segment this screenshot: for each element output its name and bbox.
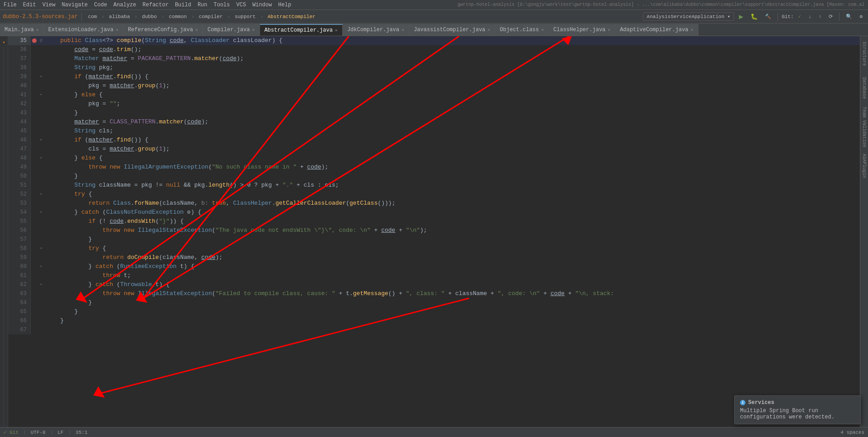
right-panel-database[interactable]: Database bbox=[861, 72, 868, 104]
line-60-breakpoint[interactable] bbox=[31, 262, 38, 271]
line-50-fold[interactable] bbox=[38, 172, 44, 181]
line-45-fold[interactable] bbox=[38, 127, 44, 136]
tab-javassistcompiler[interactable]: JavassistCompiler.java ✕ bbox=[409, 24, 495, 36]
line-64-fold[interactable] bbox=[38, 298, 44, 307]
line-39-breakpoint[interactable] bbox=[31, 72, 38, 81]
line-36-fold[interactable] bbox=[38, 45, 44, 54]
git-update[interactable]: ↓ bbox=[806, 13, 814, 20]
line-44-breakpoint[interactable] bbox=[31, 117, 38, 127]
menu-help[interactable]: Help bbox=[278, 2, 291, 8]
line-54-breakpoint[interactable] bbox=[31, 208, 38, 217]
line-53-fold[interactable] bbox=[38, 199, 44, 208]
line-41-breakpoint[interactable] bbox=[31, 90, 38, 99]
tab-main-java-close[interactable]: ✕ bbox=[36, 27, 39, 33]
line-56-breakpoint[interactable] bbox=[31, 226, 38, 235]
line-59-breakpoint[interactable] bbox=[31, 253, 38, 262]
line-37-breakpoint[interactable] bbox=[31, 54, 38, 63]
tab-extensionloader[interactable]: ExtensionLoader.java ✕ bbox=[44, 24, 123, 36]
line-40-breakpoint[interactable] bbox=[31, 81, 38, 90]
line-61-breakpoint[interactable] bbox=[31, 271, 38, 280]
line-43-breakpoint[interactable] bbox=[31, 108, 38, 117]
line-58-fold[interactable]: ▾ bbox=[38, 244, 44, 253]
status-line-sep[interactable]: LF bbox=[57, 430, 63, 435]
line-45-breakpoint[interactable] bbox=[31, 127, 38, 136]
menu-edit[interactable]: Edit bbox=[23, 2, 36, 8]
line-51-breakpoint[interactable] bbox=[31, 181, 38, 190]
line-57-breakpoint[interactable] bbox=[31, 235, 38, 244]
favorites-icon[interactable]: ★ bbox=[1, 39, 7, 45]
breadcrumb-com[interactable]: com bbox=[85, 13, 100, 20]
line-66-breakpoint[interactable] bbox=[31, 316, 38, 325]
tab-referenceconfig-close[interactable]: ✕ bbox=[195, 27, 198, 33]
tab-object-class[interactable]: Object.class ✕ bbox=[495, 24, 549, 36]
line-35-breakpoint[interactable] bbox=[31, 36, 38, 45]
line-47-breakpoint[interactable] bbox=[31, 145, 38, 154]
line-63-fold[interactable] bbox=[38, 289, 44, 298]
line-67-breakpoint[interactable] bbox=[31, 325, 38, 334]
line-38-breakpoint[interactable] bbox=[31, 63, 38, 72]
tab-main-java[interactable]: Main.java ✕ bbox=[0, 24, 44, 36]
line-42-fold[interactable] bbox=[38, 99, 44, 108]
build-button[interactable]: 🔨 bbox=[762, 13, 774, 20]
line-41-fold[interactable]: ▾ bbox=[38, 90, 44, 99]
tab-classhelper-close[interactable]: ✕ bbox=[608, 27, 610, 33]
line-37-fold[interactable] bbox=[38, 54, 44, 63]
line-62-breakpoint[interactable] bbox=[31, 280, 38, 289]
tab-abstractcompiler[interactable]: AbstractCompiler.java ✕ bbox=[260, 24, 343, 36]
breadcrumb-support[interactable]: support bbox=[232, 13, 258, 20]
breadcrumb-compiler[interactable]: compiler bbox=[196, 13, 226, 20]
line-49-breakpoint[interactable] bbox=[31, 163, 38, 172]
line-67-fold[interactable] bbox=[38, 325, 44, 334]
menu-navigate[interactable]: Navigate bbox=[61, 2, 88, 8]
menu-file[interactable]: File bbox=[4, 2, 17, 8]
line-38-fold[interactable] bbox=[38, 63, 44, 72]
run-button[interactable]: ▶ bbox=[736, 11, 746, 22]
git-checkmark[interactable]: ✓ bbox=[796, 13, 804, 20]
tab-adaptivecompiler[interactable]: AdaptiveCompiler.java ✕ bbox=[615, 24, 698, 36]
line-36-breakpoint[interactable] bbox=[31, 45, 38, 54]
line-46-fold[interactable]: ▾ bbox=[38, 136, 44, 145]
line-47-fold[interactable] bbox=[38, 145, 44, 154]
line-51-fold[interactable] bbox=[38, 181, 44, 190]
line-53-breakpoint[interactable] bbox=[31, 199, 38, 208]
line-66-fold[interactable] bbox=[38, 316, 44, 325]
line-43-fold[interactable] bbox=[38, 108, 44, 117]
line-39-fold[interactable]: ▾ bbox=[38, 72, 44, 81]
line-52-breakpoint[interactable] bbox=[31, 190, 38, 199]
tab-extensionloader-close[interactable]: ✕ bbox=[116, 27, 118, 33]
menu-run[interactable]: Run bbox=[198, 2, 208, 8]
line-57-fold[interactable] bbox=[38, 235, 44, 244]
debug-button[interactable]: 🐛 bbox=[748, 12, 760, 21]
line-49-fold[interactable] bbox=[38, 163, 44, 172]
menu-view[interactable]: View bbox=[42, 2, 56, 8]
line-48-fold[interactable]: ▾ bbox=[38, 154, 44, 163]
tab-classhelper[interactable]: ClassHelper.java ✕ bbox=[549, 24, 615, 36]
breadcrumb-alibaba[interactable]: alibaba bbox=[106, 13, 132, 20]
code-editor[interactable]: 35 @ public Class<?> compile(String code… bbox=[8, 36, 860, 427]
tab-compiler[interactable]: Compiler.java ✕ bbox=[203, 24, 260, 36]
line-52-fold[interactable]: ▾ bbox=[38, 190, 44, 199]
menu-analyze[interactable]: Analyze bbox=[113, 2, 136, 8]
tab-jdkcompiler-close[interactable]: ✕ bbox=[401, 27, 404, 33]
tab-object-class-close[interactable]: ✕ bbox=[541, 27, 544, 33]
line-40-fold[interactable] bbox=[38, 81, 44, 90]
settings-button[interactable]: ⚙ bbox=[857, 13, 865, 20]
breadcrumb-dubbo[interactable]: dubbo bbox=[139, 13, 160, 20]
menu-build[interactable]: Build bbox=[175, 2, 191, 8]
tab-javassistcompiler-close[interactable]: ✕ bbox=[488, 27, 491, 33]
line-62-fold[interactable]: ▾ bbox=[38, 280, 44, 289]
line-55-breakpoint[interactable] bbox=[31, 217, 38, 226]
search-button[interactable]: 🔍 bbox=[843, 13, 855, 20]
line-59-fold[interactable] bbox=[38, 253, 44, 262]
line-55-fold[interactable] bbox=[38, 217, 44, 226]
line-65-breakpoint[interactable] bbox=[31, 307, 38, 316]
breadcrumb-class[interactable]: AbstractCompiler bbox=[265, 13, 318, 20]
line-48-breakpoint[interactable] bbox=[31, 154, 38, 163]
breadcrumb-common[interactable]: common bbox=[166, 13, 190, 20]
line-60-fold[interactable]: ▾ bbox=[38, 262, 44, 271]
line-56-fold[interactable] bbox=[38, 226, 44, 235]
line-65-fold[interactable] bbox=[38, 307, 44, 316]
line-64-breakpoint[interactable] bbox=[31, 298, 38, 307]
tab-abstractcompiler-close[interactable]: ✕ bbox=[335, 28, 338, 33]
right-panel-team-validation[interactable]: Team Validation bbox=[861, 107, 868, 147]
